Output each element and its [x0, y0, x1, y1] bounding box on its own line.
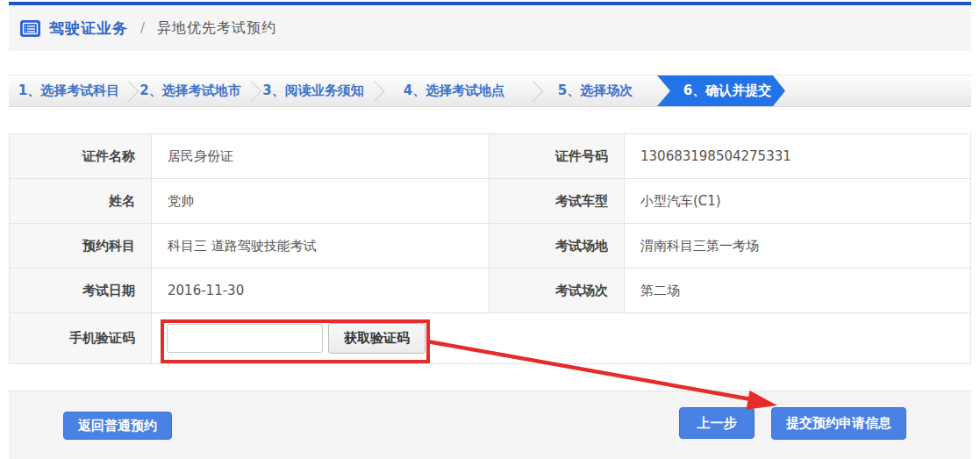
- field-label: 考试场次: [489, 269, 625, 312]
- step-6-confirm-submit-active: 6、确认并提交: [657, 75, 785, 106]
- captcha-row: 手机验证码 获取验证码: [10, 313, 970, 363]
- list-icon: [20, 20, 40, 37]
- field-label: 姓名: [10, 179, 152, 223]
- table-row: 姓名 党帅 考试车型 小型汽车(C1): [10, 179, 970, 224]
- step-label: 2、选择考试地市: [139, 82, 240, 99]
- field-label: 考试场地: [489, 224, 625, 268]
- field-label: 证件号码: [489, 134, 625, 178]
- breadcrumb-separator: /: [140, 20, 145, 36]
- service-category-title[interactable]: 驾驶证业务: [49, 18, 128, 39]
- confirmation-table: 证件名称 居民身份证 证件号码 130683198504275331 姓名 党帅…: [9, 133, 971, 364]
- action-bar: 返回普通预约 上一步 提交预约申请信息: [9, 391, 971, 459]
- field-value: 小型汽车(C1): [625, 179, 970, 223]
- field-value: 渭南科目三第一考场: [625, 224, 970, 268]
- table-row: 考试日期 2016-11-30 考试场次 第二场: [10, 269, 970, 313]
- sms-code-input[interactable]: [167, 324, 323, 353]
- step-label: 4、选择考试地点: [404, 82, 504, 99]
- step-label: 3、阅读业务须知: [262, 82, 363, 99]
- step-3-read-notice: 3、阅读业务须知: [252, 75, 375, 106]
- field-value: 党帅: [152, 179, 489, 223]
- field-value: 130683198504275331: [625, 134, 970, 178]
- captcha-cell: 获取验证码: [152, 313, 970, 363]
- step-1-choose-subject: 1、选择考试科目: [9, 75, 129, 106]
- field-label: 考试车型: [489, 179, 625, 223]
- get-code-button[interactable]: 获取验证码: [328, 323, 426, 354]
- submit-application-button[interactable]: 提交预约申请信息: [771, 407, 906, 440]
- stepbar-filler: [785, 75, 971, 106]
- step-label: 5、选择场次: [558, 82, 633, 99]
- step-label: 1、选择考试科目: [18, 82, 119, 99]
- table-row: 预约科目 科目三 道路驾驶技能考试 考试场地 渭南科目三第一考场: [10, 224, 970, 269]
- field-value: 2016-11-30: [152, 269, 489, 312]
- step-4-choose-site: 4、选择考试地点: [375, 75, 533, 106]
- table-row: 证件名称 居民身份证 证件号码 130683198504275331: [10, 134, 970, 179]
- field-label: 证件名称: [10, 134, 152, 178]
- exam-booking-page: 驾驶证业务 / 异地优先考试预约 1、选择考试科目 2、选择考试地市 3、阅读业…: [0, 0, 980, 459]
- wizard-steps: 1、选择考试科目 2、选择考试地市 3、阅读业务须知 4、选择考试地点 5、选择…: [9, 75, 971, 107]
- step-5-choose-session: 5、选择场次: [533, 75, 657, 106]
- page-title: 异地优先考试预约: [157, 19, 276, 38]
- back-to-normal-booking-button[interactable]: 返回普通预约: [63, 412, 172, 440]
- step-label: 6、确认并提交: [683, 82, 771, 99]
- field-label: 预约科目: [10, 224, 152, 268]
- captcha-label: 手机验证码: [10, 313, 152, 363]
- field-value: 第二场: [625, 269, 970, 312]
- field-value: 科目三 道路驾驶技能考试: [152, 224, 489, 268]
- breadcrumb: 驾驶证业务 / 异地优先考试预约: [9, 5, 971, 51]
- field-value: 居民身份证: [152, 134, 489, 178]
- step-2-choose-city: 2、选择考试地市: [129, 75, 252, 106]
- previous-step-button[interactable]: 上一步: [679, 407, 755, 439]
- field-label: 考试日期: [10, 269, 152, 312]
